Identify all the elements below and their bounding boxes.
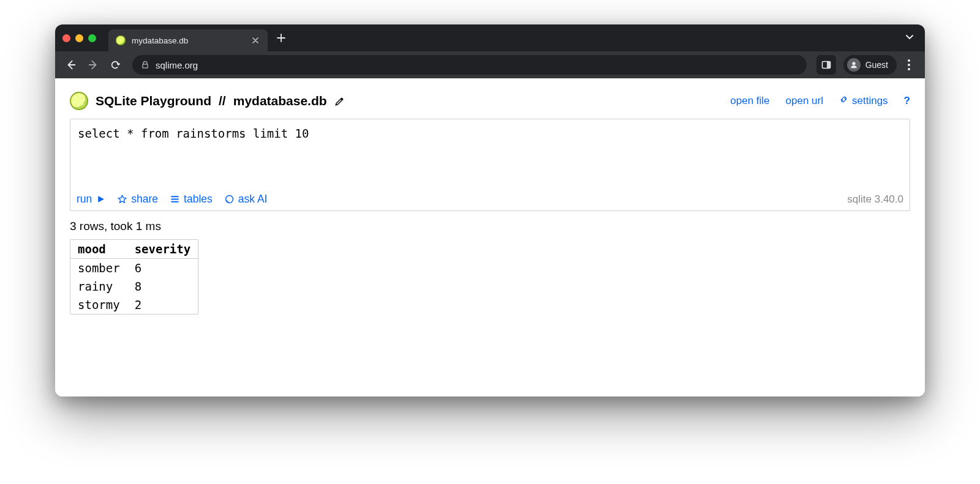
- table-cell: stormy: [70, 296, 127, 314]
- run-button[interactable]: run: [77, 193, 105, 206]
- table-row: stormy2: [70, 296, 198, 314]
- reload-button[interactable]: [105, 55, 125, 75]
- svg-point-4: [908, 64, 910, 66]
- browser-window: mydatabase.db sqlime.org: [55, 24, 925, 397]
- pencil-icon[interactable]: [334, 96, 345, 106]
- table-header-row: moodseverity: [70, 240, 198, 259]
- page-content: SQLite Playground // mydatabase.db open …: [55, 78, 925, 397]
- sqlite-version: sqlite 3.40.0: [847, 193, 903, 206]
- chevron-down-icon: [905, 32, 914, 41]
- ask-ai-button[interactable]: ask AI: [225, 193, 268, 206]
- browser-tab[interactable]: mydatabase.db: [108, 29, 268, 51]
- column-header: mood: [70, 240, 127, 259]
- favicon-lime-icon: [116, 35, 126, 45]
- plus-icon: [277, 34, 285, 42]
- sql-editor[interactable]: [70, 119, 910, 187]
- link-icon: [839, 95, 848, 107]
- results-table: moodseverity somber6rainy8stormy2: [70, 240, 198, 314]
- title-separator: //: [219, 94, 226, 108]
- side-panel-button[interactable]: [816, 55, 836, 75]
- app-title: SQLite Playground: [96, 94, 211, 108]
- table-cell: somber: [70, 259, 127, 278]
- tabs-dropdown-button[interactable]: [902, 29, 918, 47]
- open-url-link[interactable]: open url: [786, 95, 823, 107]
- browser-toolbar: sqlime.org Guest: [55, 51, 925, 78]
- panel-icon: [821, 60, 831, 70]
- play-icon: [96, 195, 105, 204]
- window-zoom-button[interactable]: [88, 34, 96, 42]
- list-icon: [170, 195, 179, 204]
- svg-point-5: [908, 68, 910, 70]
- address-bar[interactable]: sqlime.org: [132, 55, 807, 75]
- help-link[interactable]: ?: [904, 95, 910, 107]
- editor-toolbar: run share: [70, 189, 910, 210]
- share-button[interactable]: share: [118, 193, 158, 206]
- table-cell: 8: [127, 277, 198, 296]
- tables-button[interactable]: tables: [170, 193, 213, 206]
- settings-link[interactable]: settings: [839, 95, 888, 107]
- close-tab-button[interactable]: [251, 35, 260, 45]
- forward-button[interactable]: [83, 55, 103, 75]
- titlebar: mydatabase.db: [55, 24, 925, 51]
- editor-box: run share: [70, 119, 910, 211]
- page-links: open file open url settings ?: [730, 95, 910, 107]
- window-close-button[interactable]: [62, 34, 70, 42]
- arrow-right-icon: [88, 59, 99, 70]
- status-line: 3 rows, took 1 ms: [70, 220, 910, 233]
- star-icon: [118, 195, 127, 204]
- profile-label: Guest: [865, 60, 888, 70]
- reload-icon: [110, 59, 121, 70]
- tab-title: mydatabase.db: [132, 36, 188, 45]
- table-cell: 2: [127, 296, 198, 314]
- close-icon: [252, 37, 258, 43]
- new-tab-button[interactable]: [273, 29, 290, 47]
- back-button[interactable]: [61, 55, 81, 75]
- table-cell: 6: [127, 259, 198, 278]
- page-header: SQLite Playground // mydatabase.db open …: [70, 92, 910, 110]
- kebab-icon: [908, 59, 910, 70]
- svg-rect-1: [827, 62, 831, 69]
- app-logo-lime-icon: [70, 92, 88, 110]
- result-box: moodseverity somber6rainy8stormy2: [70, 239, 198, 315]
- url-text: sqlime.org: [156, 60, 198, 70]
- lock-icon: [141, 61, 149, 69]
- editor-actions: run share: [77, 193, 267, 206]
- column-header: severity: [127, 240, 198, 259]
- table-row: somber6: [70, 259, 198, 278]
- globe-icon: [225, 195, 234, 204]
- window-minimize-button[interactable]: [75, 34, 83, 42]
- table-cell: rainy: [70, 277, 127, 296]
- db-name: mydatabase.db: [233, 94, 327, 108]
- page-title: SQLite Playground // mydatabase.db: [70, 92, 345, 110]
- table-row: rainy8: [70, 277, 198, 296]
- avatar-icon: [847, 58, 861, 72]
- arrow-left-icon: [66, 59, 77, 70]
- profile-chip[interactable]: Guest: [843, 55, 897, 75]
- svg-point-3: [908, 59, 910, 62]
- browser-menu-button[interactable]: [899, 55, 919, 75]
- open-file-link[interactable]: open file: [730, 95, 769, 107]
- window-controls: [62, 34, 96, 42]
- svg-point-2: [852, 62, 855, 65]
